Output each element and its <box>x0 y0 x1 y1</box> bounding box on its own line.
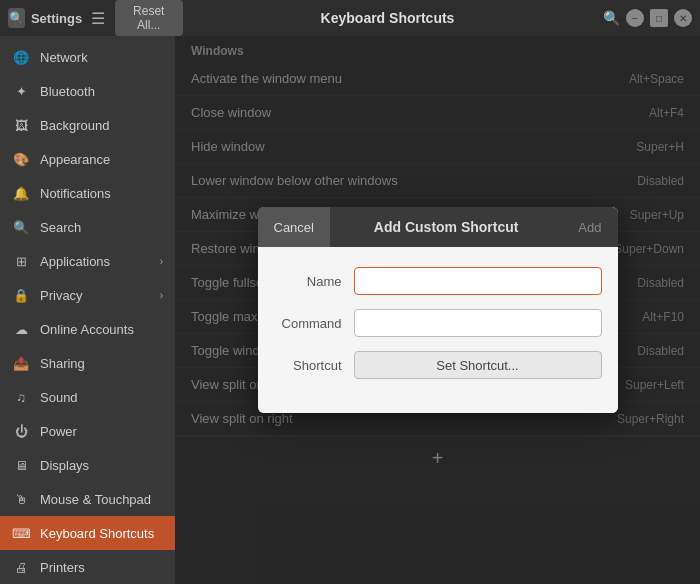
titlebar-settings-label: Settings <box>31 11 82 26</box>
dialog-overlay: Cancel Add Custom Shortcut Add Name Comm… <box>175 36 700 584</box>
sidebar-item-network[interactable]: 🌐Network <box>0 40 175 74</box>
sidebar-item-notifications[interactable]: 🔔Notifications <box>0 176 175 210</box>
sidebar-item-label-notifications: Notifications <box>40 186 111 201</box>
online-accounts-icon: ☁ <box>12 320 30 338</box>
sidebar-item-online-accounts[interactable]: ☁Online Accounts <box>0 312 175 346</box>
page-title: Keyboard Shortcuts <box>321 10 455 26</box>
sidebar-item-label-keyboard-shortcuts: Keyboard Shortcuts <box>40 526 154 541</box>
titlebar: 🔍 Settings ☰ Reset All... Keyboard Short… <box>0 0 700 36</box>
titlebar-left: 🔍 Settings ☰ Reset All... <box>8 0 183 36</box>
sidebar-item-arrow-privacy: › <box>160 290 163 301</box>
window-maximize-button[interactable]: □ <box>650 9 668 27</box>
sidebar-item-label-privacy: Privacy <box>40 288 83 303</box>
search-icon: 🔍 <box>12 218 30 236</box>
sidebar-item-background[interactable]: 🖼Background <box>0 108 175 142</box>
privacy-icon: 🔒 <box>12 286 30 304</box>
dialog-shortcut-label: Shortcut <box>274 358 354 373</box>
sidebar-item-sound[interactable]: ♫Sound <box>0 380 175 414</box>
dialog-cancel-button[interactable]: Cancel <box>258 207 330 247</box>
sidebar-item-search[interactable]: 🔍Search <box>0 210 175 244</box>
dialog-command-input[interactable] <box>354 309 602 337</box>
dialog-name-label: Name <box>274 274 354 289</box>
sidebar-item-label-search: Search <box>40 220 81 235</box>
main-layout: 🌐Network✦Bluetooth🖼Background🎨Appearance… <box>0 36 700 584</box>
add-custom-shortcut-dialog: Cancel Add Custom Shortcut Add Name Comm… <box>258 207 618 413</box>
dialog-body: Name Command Shortcut Set Shortcut... <box>258 247 618 413</box>
titlebar-menu-button[interactable]: ☰ <box>88 6 108 30</box>
sidebar-item-bluetooth[interactable]: ✦Bluetooth <box>0 74 175 108</box>
sidebar-item-label-bluetooth: Bluetooth <box>40 84 95 99</box>
sidebar-item-label-power: Power <box>40 424 77 439</box>
dialog-shortcut-row: Shortcut Set Shortcut... <box>274 351 602 379</box>
header-search-button[interactable]: 🔍 <box>603 10 620 26</box>
appearance-icon: 🎨 <box>12 150 30 168</box>
sidebar-item-label-online-accounts: Online Accounts <box>40 322 134 337</box>
titlebar-center: Keyboard Shortcuts <box>183 10 592 26</box>
notifications-icon: 🔔 <box>12 184 30 202</box>
sidebar-item-sharing[interactable]: 📤Sharing <box>0 346 175 380</box>
sidebar-item-label-printers: Printers <box>40 560 85 575</box>
titlebar-right: 🔍 − □ ✕ <box>592 9 692 27</box>
dialog-header: Cancel Add Custom Shortcut Add <box>258 207 618 247</box>
displays-icon: 🖥 <box>12 456 30 474</box>
dialog-title: Add Custom Shortcut <box>330 219 562 235</box>
dialog-name-input[interactable] <box>354 267 602 295</box>
sound-icon: ♫ <box>12 388 30 406</box>
window-close-button[interactable]: ✕ <box>674 9 692 27</box>
power-icon: ⏻ <box>12 422 30 440</box>
applications-icon: ⊞ <box>12 252 30 270</box>
sidebar-item-label-network: Network <box>40 50 88 65</box>
dialog-command-row: Command <box>274 309 602 337</box>
sidebar-item-mouse-touchpad[interactable]: 🖱Mouse & Touchpad <box>0 482 175 516</box>
set-shortcut-button[interactable]: Set Shortcut... <box>354 351 602 379</box>
sidebar-item-keyboard-shortcuts[interactable]: ⌨Keyboard Shortcuts <box>0 516 175 550</box>
dialog-name-row: Name <box>274 267 602 295</box>
sharing-icon: 📤 <box>12 354 30 372</box>
sidebar-item-label-mouse-touchpad: Mouse & Touchpad <box>40 492 151 507</box>
sidebar-item-power[interactable]: ⏻Power <box>0 414 175 448</box>
window-minimize-button[interactable]: − <box>626 9 644 27</box>
sidebar-item-label-sound: Sound <box>40 390 78 405</box>
sidebar: 🌐Network✦Bluetooth🖼Background🎨Appearance… <box>0 36 175 584</box>
keyboard-shortcuts-icon: ⌨ <box>12 524 30 542</box>
sidebar-item-label-sharing: Sharing <box>40 356 85 371</box>
sidebar-item-applications[interactable]: ⊞Applications› <box>0 244 175 278</box>
dialog-add-button[interactable]: Add <box>562 207 617 247</box>
titlebar-search-icon[interactable]: 🔍 <box>8 8 25 28</box>
background-icon: 🖼 <box>12 116 30 134</box>
network-icon: 🌐 <box>12 48 30 66</box>
sidebar-item-label-appearance: Appearance <box>40 152 110 167</box>
sidebar-item-appearance[interactable]: 🎨Appearance <box>0 142 175 176</box>
sidebar-item-privacy[interactable]: 🔒Privacy› <box>0 278 175 312</box>
printers-icon: 🖨 <box>12 558 30 576</box>
sidebar-item-label-background: Background <box>40 118 109 133</box>
bluetooth-icon: ✦ <box>12 82 30 100</box>
dialog-command-label: Command <box>274 316 354 331</box>
mouse-touchpad-icon: 🖱 <box>12 490 30 508</box>
sidebar-item-label-applications: Applications <box>40 254 110 269</box>
content-area: WindowsActivate the window menuAlt+Space… <box>175 36 700 584</box>
reset-all-button[interactable]: Reset All... <box>115 0 184 36</box>
sidebar-item-displays[interactable]: 🖥Displays <box>0 448 175 482</box>
sidebar-item-printers[interactable]: 🖨Printers <box>0 550 175 584</box>
sidebar-item-label-displays: Displays <box>40 458 89 473</box>
sidebar-item-arrow-applications: › <box>160 256 163 267</box>
